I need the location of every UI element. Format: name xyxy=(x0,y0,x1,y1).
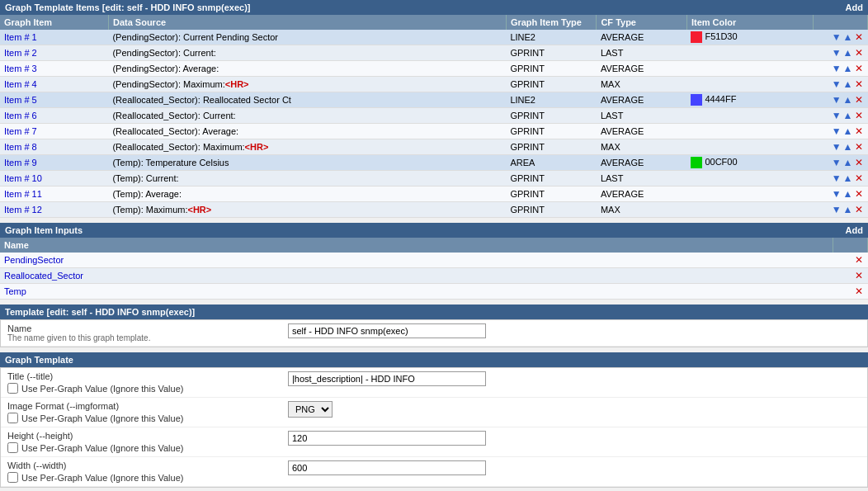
move-down-icon[interactable]: ▼ xyxy=(832,141,842,153)
item-name-link[interactable]: Item # 8 xyxy=(4,142,37,152)
move-up-icon[interactable]: ▲ xyxy=(843,78,853,90)
item-cf-type: MAX xyxy=(597,139,687,155)
input-name-link[interactable]: PendingSector xyxy=(4,255,64,265)
col-graph-item: Graph Item xyxy=(0,15,108,30)
item-type: GPRINT xyxy=(506,45,597,61)
template-section: Template [edit: self - HDD INFO snmp(exe… xyxy=(0,305,868,347)
delete-item-icon[interactable]: ✕ xyxy=(855,157,863,168)
move-up-icon[interactable]: ▲ xyxy=(843,157,853,168)
move-down-icon[interactable]: ▼ xyxy=(832,47,842,59)
move-down-icon[interactable]: ▼ xyxy=(832,78,842,90)
delete-item-icon[interactable]: ✕ xyxy=(855,31,863,43)
move-down-icon[interactable]: ▼ xyxy=(832,63,842,74)
input-name-link[interactable]: Reallocated_Sector xyxy=(4,271,83,281)
item-color-cell: 4444FF xyxy=(686,92,813,108)
item-cf-type: AVERAGE xyxy=(597,92,687,108)
title-label: Title (--title) Use Per-Graph Value (Ign… xyxy=(7,371,288,394)
move-up-icon[interactable]: ▲ xyxy=(843,94,853,106)
graph-items-add-button[interactable]: Add xyxy=(846,2,863,12)
delete-item-icon[interactable]: ✕ xyxy=(855,204,863,215)
move-up-icon[interactable]: ▲ xyxy=(843,110,853,121)
item-name-link[interactable]: Item # 10 xyxy=(4,173,42,183)
item-name-link[interactable]: Item # 6 xyxy=(4,111,37,120)
item-type: GPRINT xyxy=(506,186,597,202)
item-name-link[interactable]: Item # 12 xyxy=(4,205,42,215)
delete-input-icon[interactable]: ✕ xyxy=(855,286,863,297)
delete-input-icon[interactable]: ✕ xyxy=(855,254,863,266)
template-name-label: Name The name given to this graph templa… xyxy=(7,323,288,342)
delete-item-icon[interactable]: ✕ xyxy=(855,125,863,137)
title-input[interactable] xyxy=(288,371,486,386)
move-up-icon[interactable]: ▲ xyxy=(843,204,853,215)
item-actions: ▼▲✕ xyxy=(814,155,868,171)
table-row: Item # 10(Temp): Current:GPRINTLAST▼▲✕ xyxy=(0,171,868,186)
delete-item-icon[interactable]: ✕ xyxy=(855,172,863,184)
item-type: GPRINT xyxy=(506,139,597,155)
table-row: Item # 2(PendingSector): Current:GPRINTL… xyxy=(0,45,868,61)
col-graph-item-type: Graph Item Type xyxy=(506,15,597,30)
move-down-icon[interactable]: ▼ xyxy=(832,94,842,106)
move-down-icon[interactable]: ▼ xyxy=(832,188,842,200)
item-color-cell xyxy=(686,45,813,61)
delete-input-icon[interactable]: ✕ xyxy=(855,270,863,281)
table-row: Item # 11(Temp): Average:GPRINTAVERAGE▼▲… xyxy=(0,186,868,202)
item-name-link[interactable]: Item # 7 xyxy=(4,126,37,136)
item-name-link[interactable]: Item # 1 xyxy=(4,32,37,42)
template-name-input-wrapper xyxy=(288,323,861,338)
graph-items-table: Graph Item Data Source Graph Item Type C… xyxy=(0,15,868,218)
move-up-icon[interactable]: ▲ xyxy=(843,47,853,59)
item-data-source: (Reallocated_Sector): Current: xyxy=(108,108,506,124)
delete-item-icon[interactable]: ✕ xyxy=(855,63,863,74)
image-format-checkbox[interactable] xyxy=(7,413,18,423)
delete-item-icon[interactable]: ✕ xyxy=(855,141,863,153)
table-row: Item # 6(Reallocated_Sector): Current:GP… xyxy=(0,108,868,124)
move-up-icon[interactable]: ▲ xyxy=(843,141,853,153)
width-input[interactable] xyxy=(288,460,486,475)
height-input[interactable] xyxy=(288,431,486,446)
item-name-link[interactable]: Item # 2 xyxy=(4,48,37,58)
delete-item-icon[interactable]: ✕ xyxy=(855,94,863,106)
table-row: Item # 12(Temp): Maximum:<HR>GPRINTMAX▼▲… xyxy=(0,202,868,218)
item-name-link[interactable]: Item # 9 xyxy=(4,158,37,168)
graph-inputs-add-button[interactable]: Add xyxy=(846,225,863,235)
move-down-icon[interactable]: ▼ xyxy=(832,204,842,215)
height-checkbox[interactable] xyxy=(7,442,18,453)
move-up-icon[interactable]: ▲ xyxy=(843,63,853,74)
move-up-icon[interactable]: ▲ xyxy=(843,172,853,184)
item-name-link[interactable]: Item # 3 xyxy=(4,64,37,73)
width-label: Width (--width) Use Per-Graph Value (Ign… xyxy=(7,460,288,483)
col-input-actions xyxy=(833,238,867,253)
delete-item-icon[interactable]: ✕ xyxy=(855,78,863,90)
move-down-icon[interactable]: ▼ xyxy=(832,172,842,184)
item-actions: ▼▲✕ xyxy=(814,171,868,186)
table-row: Item # 1(PendingSector): Current Pending… xyxy=(0,30,868,45)
delete-item-icon[interactable]: ✕ xyxy=(855,47,863,59)
item-name-link[interactable]: Item # 4 xyxy=(4,79,37,89)
move-down-icon[interactable]: ▼ xyxy=(832,157,842,168)
item-cf-type: LAST xyxy=(597,108,687,124)
height-row: Height (--height) Use Per-Graph Value (I… xyxy=(1,427,867,457)
color-swatch xyxy=(691,94,702,106)
template-name-input[interactable] xyxy=(288,323,486,338)
input-actions: ✕ xyxy=(833,253,867,268)
move-up-icon[interactable]: ▲ xyxy=(843,125,853,137)
template-name-row: Name The name given to this graph templa… xyxy=(1,320,867,347)
template-header: Template [edit: self - HDD INFO snmp(exe… xyxy=(0,305,868,319)
move-up-icon[interactable]: ▲ xyxy=(843,188,853,200)
move-down-icon[interactable]: ▼ xyxy=(832,31,842,43)
input-name-link[interactable]: Temp xyxy=(4,286,26,296)
move-down-icon[interactable]: ▼ xyxy=(832,125,842,137)
height-input-wrapper xyxy=(288,431,861,446)
title-checkbox[interactable] xyxy=(7,383,18,394)
col-actions xyxy=(814,15,868,30)
delete-item-icon[interactable]: ✕ xyxy=(855,110,863,121)
item-name-link[interactable]: Item # 11 xyxy=(4,189,42,199)
image-format-select[interactable]: PNG GIF SVG xyxy=(288,401,333,418)
item-actions: ▼▲✕ xyxy=(814,139,868,155)
width-checkbox[interactable] xyxy=(7,472,18,483)
move-up-icon[interactable]: ▲ xyxy=(843,31,853,43)
item-name-link[interactable]: Item # 5 xyxy=(4,95,37,105)
delete-item-icon[interactable]: ✕ xyxy=(855,188,863,200)
move-down-icon[interactable]: ▼ xyxy=(832,110,842,121)
item-type: GPRINT xyxy=(506,171,597,186)
